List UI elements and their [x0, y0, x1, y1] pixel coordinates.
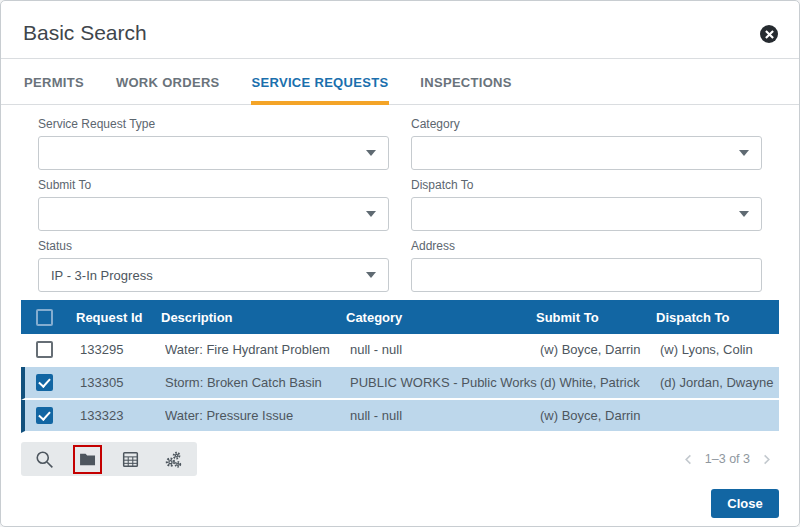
service-request-type-label: Service Request Type: [38, 117, 389, 131]
row-checkbox[interactable]: [36, 407, 53, 424]
dispatch-to-select[interactable]: [411, 197, 762, 231]
column-header-request-id: Request Id: [76, 310, 161, 325]
cell-category: null - null: [350, 342, 540, 357]
category-select[interactable]: [411, 136, 762, 170]
tab-bar: PERMITS WORK ORDERS SERVICE REQUESTS INS…: [1, 59, 799, 105]
service-request-type-select[interactable]: [38, 136, 389, 170]
chevron-down-icon: [366, 211, 376, 217]
tab-work-orders[interactable]: WORK ORDERS: [115, 59, 221, 105]
row-checkbox[interactable]: [36, 374, 53, 391]
column-header-dispatch-to: Dispatch To: [656, 310, 779, 325]
chevron-down-icon: [739, 211, 749, 217]
cell-category: PUBLIC WORKS - Public Works: [350, 375, 540, 390]
submit-to-select[interactable]: [38, 197, 389, 231]
address-label: Address: [411, 239, 762, 253]
cell-category: null - null: [350, 408, 540, 423]
chevron-right-icon[interactable]: [760, 453, 773, 466]
select-all-checkbox[interactable]: [36, 309, 53, 326]
cell-description: Water: Fire Hydrant Problem: [165, 342, 350, 357]
search-icon[interactable]: [30, 445, 59, 474]
pagination: 1–3 of 3: [682, 452, 773, 466]
cell-description: Storm: Broken Catch Basin: [165, 375, 350, 390]
table-row[interactable]: 133305 Storm: Broken Catch Basin PUBLIC …: [21, 367, 779, 400]
cell-submit-to: (w) Boyce, Darrin: [540, 408, 660, 423]
address-input[interactable]: [411, 258, 762, 292]
category-label: Category: [411, 117, 762, 131]
submit-to-label: Submit To: [38, 178, 389, 192]
cell-request-id: 133305: [80, 375, 165, 390]
row-checkbox[interactable]: [36, 341, 53, 358]
close-icon[interactable]: [760, 25, 778, 43]
results-table: Request Id Description Category Submit T…: [21, 300, 779, 433]
folder-icon[interactable]: [73, 445, 102, 474]
chevron-down-icon: [366, 272, 376, 278]
table-header-row: Request Id Description Category Submit T…: [21, 300, 779, 334]
column-header-category: Category: [346, 310, 536, 325]
results-toolbar: [21, 442, 197, 476]
close-button[interactable]: Close: [711, 489, 779, 518]
cell-request-id: 133295: [80, 342, 165, 357]
cell-submit-to: (w) Boyce, Darrin: [540, 342, 660, 357]
pagination-label: 1–3 of 3: [705, 452, 750, 466]
search-form: Service Request Type Category Submit To …: [1, 105, 799, 300]
basic-search-dialog: Basic Search PERMITS WORK ORDERS SERVICE…: [0, 0, 800, 527]
cell-submit-to: (d) White, Patrick: [540, 375, 660, 390]
chevron-left-icon[interactable]: [682, 453, 695, 466]
cell-description: Water: Pressure Issue: [165, 408, 350, 423]
cell-dispatch-to: (w) Lyons, Colin: [660, 342, 779, 357]
dispatch-to-label: Dispatch To: [411, 178, 762, 192]
tab-inspections[interactable]: INSPECTIONS: [419, 59, 512, 105]
table-footer: 1–3 of 3: [21, 442, 779, 476]
table-row[interactable]: 133323 Water: Pressure Issue null - null…: [21, 400, 779, 433]
dialog-title: Basic Search: [23, 21, 147, 45]
table-row[interactable]: 133295 Water: Fire Hydrant Problem null …: [21, 334, 779, 367]
dialog-footer: Close: [21, 489, 779, 518]
cell-request-id: 133323: [80, 408, 165, 423]
tab-service-requests[interactable]: SERVICE REQUESTS: [251, 59, 390, 105]
column-header-description: Description: [161, 310, 346, 325]
chevron-down-icon: [739, 150, 749, 156]
grid-icon[interactable]: [116, 445, 145, 474]
column-header-submit-to: Submit To: [536, 310, 656, 325]
cell-dispatch-to: (d) Jordan, Dwayne: [660, 375, 779, 390]
gears-icon[interactable]: [159, 445, 188, 474]
tab-permits[interactable]: PERMITS: [23, 59, 85, 105]
dialog-header: Basic Search: [1, 1, 799, 59]
chevron-down-icon: [366, 150, 376, 156]
status-select[interactable]: IP - 3-In Progress: [38, 258, 389, 292]
status-label: Status: [38, 239, 389, 253]
